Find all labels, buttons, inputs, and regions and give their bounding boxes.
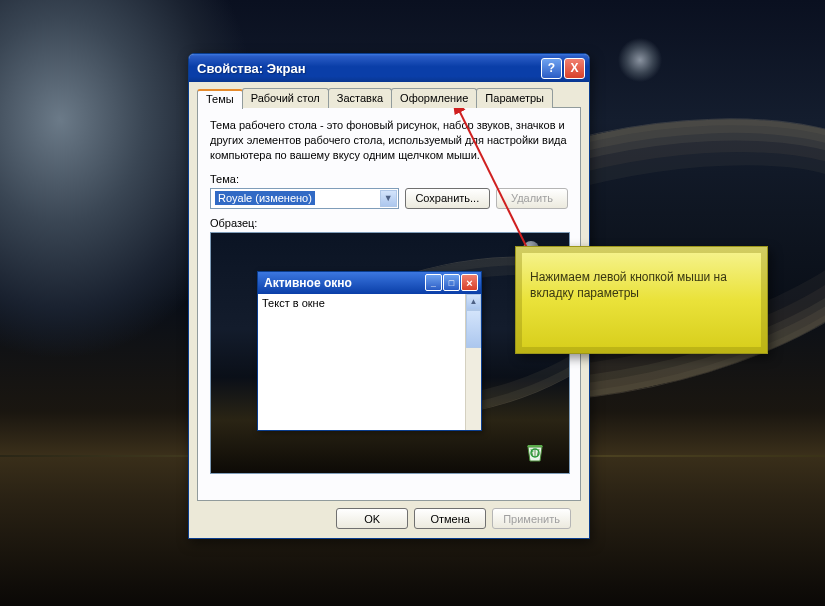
tabstrip: Темы Рабочий стол Заставка Оформление Па…	[197, 88, 581, 108]
instruction-callout: Нажимаем левой кнопкой мыши на вкладку п…	[515, 246, 768, 354]
dialog-title: Свойства: Экран	[197, 61, 539, 76]
recycle-bin-icon	[525, 441, 545, 463]
close-icon: ×	[461, 274, 478, 291]
theme-selected-value: Royale (изменено)	[215, 191, 315, 205]
preview-scrollbar: ▲	[465, 294, 481, 430]
theme-description: Тема рабочего стола - это фоновый рисуно…	[210, 118, 568, 163]
apply-button: Применить	[492, 508, 571, 529]
dialog-button-row: OK Отмена Применить	[197, 502, 581, 529]
cancel-button[interactable]: Отмена	[414, 508, 486, 529]
help-button[interactable]: ?	[541, 58, 562, 79]
delete-theme-button: Удалить	[496, 188, 568, 209]
save-theme-button[interactable]: Сохранить...	[405, 188, 490, 209]
theme-label: Тема:	[210, 173, 568, 185]
titlebar[interactable]: Свойства: Экран ? X	[189, 54, 589, 82]
tab-appearance[interactable]: Оформление	[391, 88, 477, 108]
callout-text: Нажимаем левой кнопкой мыши на вкладку п…	[530, 270, 727, 300]
ok-button[interactable]: OK	[336, 508, 408, 529]
tab-settings[interactable]: Параметры	[476, 88, 553, 108]
preview-window-body: Текст в окне ▲	[258, 294, 481, 430]
tab-themes[interactable]: Темы	[197, 89, 243, 109]
minimize-icon: _	[425, 274, 442, 291]
tab-screensaver[interactable]: Заставка	[328, 88, 392, 108]
preview-body-text: Текст в окне	[262, 297, 325, 309]
scroll-up-icon: ▲	[466, 294, 481, 310]
tab-desktop[interactable]: Рабочий стол	[242, 88, 329, 108]
preview-titlebar: Активное окно _ □ ×	[258, 272, 481, 294]
theme-combobox[interactable]: Royale (изменено) ▼	[210, 188, 399, 209]
sample-label: Образец:	[210, 217, 568, 229]
maximize-icon: □	[443, 274, 460, 291]
preview-active-window: Активное окно _ □ × Текст в окне ▲	[257, 271, 482, 431]
close-button[interactable]: X	[564, 58, 585, 79]
preview-window-title: Активное окно	[264, 276, 424, 290]
scroll-thumb	[466, 310, 481, 348]
chevron-down-icon[interactable]: ▼	[380, 190, 397, 207]
